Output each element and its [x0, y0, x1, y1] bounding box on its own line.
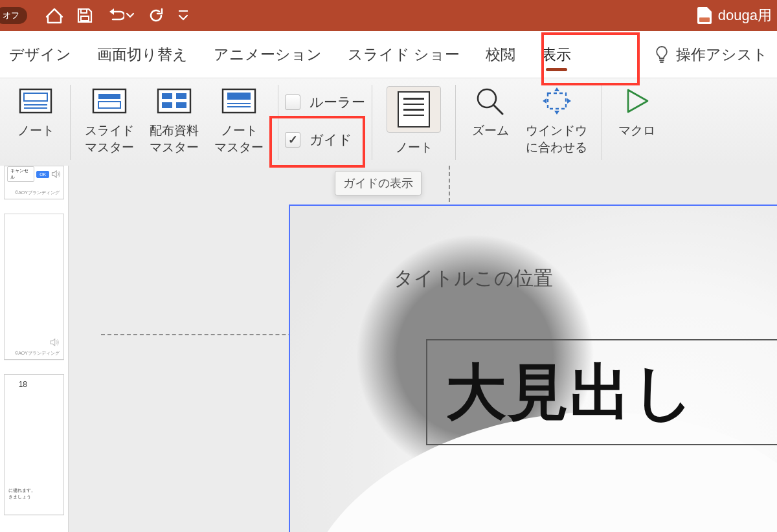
home-icon[interactable]: [45, 7, 63, 24]
guide-tooltip: ガイドの表示: [335, 171, 422, 195]
zoom-button[interactable]: ズーム: [462, 86, 518, 139]
fit-window-label: ウインドウ に合わせる: [526, 122, 587, 155]
macro-button[interactable]: マクロ: [609, 86, 664, 139]
fit-window-icon: [537, 86, 577, 116]
notes-view-label: ノート: [17, 122, 54, 139]
tell-me-assist[interactable]: 操作アシスト: [676, 45, 768, 65]
svg-rect-16: [227, 93, 251, 100]
zoom-icon: [470, 86, 510, 116]
ruler-label: ルーラー: [310, 93, 365, 111]
powerpoint-file-icon: [697, 7, 712, 24]
thumb-credit: ©AOYブランディング: [15, 350, 60, 357]
svg-rect-2: [179, 10, 188, 12]
tab-animation[interactable]: アニメーション: [214, 39, 322, 70]
mini-ok-button: OK: [36, 171, 49, 178]
handout-master-label: 配布資料 マスター: [150, 122, 199, 155]
slide-canvas[interactable]: タイトルこの位置 大見出し: [69, 166, 777, 532]
document-name: douga用: [718, 6, 772, 25]
ribbon-tabs: デザイン 画面切り替え アニメーション スライド ショー 校閲 表示 操作アシス…: [0, 31, 777, 78]
svg-rect-0: [81, 9, 87, 13]
handout-master-button[interactable]: 配布資料 マスター: [142, 86, 207, 155]
svg-line-20: [494, 105, 502, 114]
notes-view-button[interactable]: ノート: [8, 86, 63, 139]
thumb-credit: ©AOYブランディング: [15, 190, 60, 196]
tab-review[interactable]: 校閲: [486, 39, 515, 70]
svg-rect-12: [176, 93, 186, 99]
headline-textbox[interactable]: 大見出し: [426, 339, 777, 445]
speaker-icon: [51, 170, 61, 178]
guide-checkbox-row[interactable]: ガイド: [285, 127, 352, 152]
title-bar: オフ douga用: [0, 0, 777, 31]
ribbon-view: ノート スライド マスター 配布資料 マスター ノート マスター: [0, 78, 777, 167]
autosave-off-pill[interactable]: オフ: [0, 7, 27, 24]
svg-rect-1: [81, 16, 89, 21]
tab-transition[interactable]: 画面切り替え: [97, 39, 188, 70]
thumb-body-text: に優れます。 きましょう: [8, 487, 60, 500]
zoom-label: ズーム: [472, 122, 509, 139]
guide-label: ガイド: [310, 131, 352, 149]
thumbnail-slide[interactable]: キャンセル OK ©AOYブランディング: [4, 166, 64, 199]
save-icon[interactable]: [76, 7, 93, 24]
notes-pane-label: ノート: [396, 139, 433, 156]
qat-overflow-icon[interactable]: [177, 8, 189, 23]
document-title: douga用: [697, 6, 772, 25]
mini-cancel-button: キャンセル: [7, 166, 34, 182]
tab-view[interactable]: 表示: [541, 39, 571, 70]
guide-checkbox[interactable]: [285, 132, 300, 148]
notes-pane-button[interactable]: ノート: [379, 86, 449, 156]
repeat-icon[interactable]: [148, 7, 164, 24]
notes-master-icon: [219, 86, 259, 116]
undo-button[interactable]: [106, 8, 135, 23]
svg-rect-8: [98, 94, 120, 99]
svg-point-19: [478, 89, 496, 107]
slide-master-button[interactable]: スライド マスター: [77, 86, 142, 155]
headline-text: 大見出し: [445, 351, 695, 434]
slide-master-icon: [89, 86, 130, 116]
speaker-icon: [49, 338, 60, 346]
fit-window-button[interactable]: ウインドウ に合わせる: [518, 86, 595, 155]
handout-master-icon: [154, 86, 194, 116]
svg-rect-10: [158, 89, 190, 113]
slide-master-label: スライド マスター: [85, 122, 134, 155]
thumbnail-rail[interactable]: キャンセル OK ©AOYブランディング ©AOYブランディング 18 に優れま…: [0, 166, 69, 532]
active-slide[interactable]: タイトルこの位置 大見出し: [289, 205, 777, 532]
chevron-down-icon[interactable]: [126, 11, 135, 20]
title-placeholder-hint[interactable]: タイトルこの位置: [394, 265, 553, 292]
tab-design[interactable]: デザイン: [9, 39, 71, 70]
tab-slideshow[interactable]: スライド ショー: [348, 39, 460, 70]
ruler-checkbox[interactable]: [285, 94, 300, 110]
svg-rect-13: [162, 102, 172, 108]
svg-rect-11: [162, 93, 172, 99]
svg-rect-14: [176, 102, 186, 108]
slide-number: 18: [19, 380, 27, 389]
ruler-checkbox-row[interactable]: ルーラー: [285, 90, 365, 115]
notes-master-label: ノート マスター: [214, 122, 264, 155]
notes-pane-icon: [387, 86, 441, 133]
notes-view-icon: [16, 86, 56, 116]
workspace: キャンセル OK ©AOYブランディング ©AOYブランディング 18 に優れま…: [0, 166, 777, 532]
macro-play-icon: [616, 86, 657, 116]
thumbnail-slide[interactable]: 18 に優れます。 きましょう: [4, 374, 64, 515]
notes-master-button[interactable]: ノート マスター: [207, 86, 271, 155]
macro-label: マクロ: [618, 122, 655, 139]
svg-rect-21: [548, 93, 566, 109]
thumbnail-slide[interactable]: ©AOYブランディング: [4, 214, 64, 360]
lightbulb-icon: [654, 45, 670, 64]
